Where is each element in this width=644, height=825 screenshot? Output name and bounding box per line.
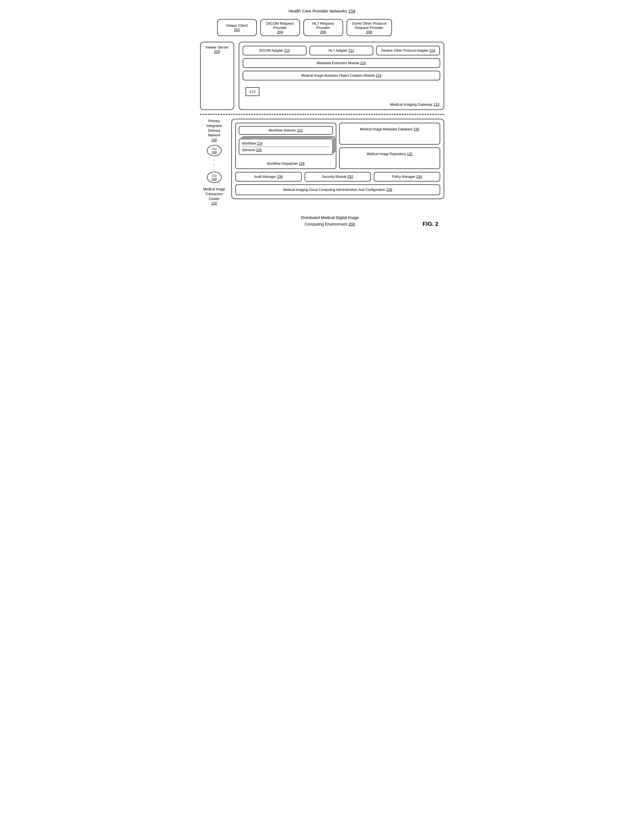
image-repo-box: Medical Image Repository 122 (339, 147, 440, 169)
page-title: Health Care Provider Networks 154 (200, 9, 444, 13)
dicom-request-provider-box: DICOM Request Provider 204 (260, 19, 300, 36)
services-label: Services 226 (242, 148, 330, 152)
cluster-top: Workflow Selector 222 Workflow 224 Servi… (235, 123, 440, 169)
paper-front: Workflow 224 Services 226 (239, 139, 333, 155)
generic-adapter-box: Generic Other Protocol Adapter 214 (376, 46, 440, 56)
security-row: Audit Manager 236 Security Module 232 Po… (235, 172, 440, 182)
cu-box-2: CU 190 (207, 171, 222, 183)
hl7-adapter-box: HL7 Adapter 212 (310, 46, 373, 56)
footer-caption: Distributed Medical Digital Image Comput… (237, 215, 423, 227)
cu-box-1: CU 190 (207, 145, 222, 156)
gateway-inner: DICOM Adapter 210 HL7 Adapter 212 Generi… (239, 42, 444, 110)
gateway-section: Viewer Server 220 DICOM Adapter 210 HL7 … (200, 42, 444, 110)
adapter-row: DICOM Adapter 210 HL7 Adapter 212 Generi… (243, 46, 440, 56)
workflow-stack: Workflow Selector 222 Workflow 224 Servi… (235, 123, 336, 169)
policy-manager-box: Policy Manager 234 (374, 172, 440, 182)
db-column: Medical Image Metadata Database 230 Medi… (339, 123, 440, 169)
left-sidebar: Primary Integrated Delivery Network 150 … (200, 119, 228, 206)
audit-manager-box: Audit Manager 236 (235, 172, 302, 182)
mitc-label: Medical Image Transaction Cluster 120 (200, 187, 228, 206)
ref-112-box: 112 (245, 87, 260, 96)
workflow-dispatcher: Workflow Dispatcher 228 (239, 162, 333, 165)
bottom-section: Primary Integrated Delivery Network 150 … (200, 119, 444, 206)
metadata-db-box: Medical Image Metadata Database 230 (339, 123, 440, 145)
workflow-selector-box: Workflow Selector 222 (239, 126, 333, 134)
pidn-label: Primary Integrated Delivery Network 150 (200, 119, 228, 143)
paper-divider (242, 147, 330, 147)
dashed-divider (200, 114, 444, 115)
workflow-outer: Workflow Selector 222 Workflow 224 Servi… (235, 123, 336, 169)
stacked-papers: Workflow 224 Services 226 (239, 139, 333, 155)
viewer-client-box: Viewer Client 202 (217, 19, 257, 36)
workflow-title: Workflow 224 (242, 142, 330, 145)
admin-config-box: Medical Imaging Cloud Computing Administ… (235, 184, 440, 195)
business-object-box: Medical Image Business Object Creation M… (243, 71, 440, 80)
hl7-request-provider-box: HL7 Request Provider 206 (304, 19, 343, 36)
metadata-extraction-box: Metadata Extraction Module 216 (243, 58, 440, 68)
main-cluster: Workflow Selector 222 Workflow 224 Servi… (231, 119, 444, 199)
fig-label: FIG. 2 (423, 221, 444, 227)
dots-1: ··· (200, 158, 228, 171)
other-protocol-provider-box: Some Other Protocol Request Provider 208 (347, 19, 392, 36)
dicom-adapter-box: DICOM Adapter 210 (243, 46, 307, 56)
top-section: Viewer Client 202 DICOM Request Provider… (200, 19, 444, 36)
security-module-box: Security Module 232 (305, 172, 371, 182)
gateway-label: Medical Imaging Gateway 110 (390, 102, 440, 107)
footer: Distributed Medical Digital Image Comput… (200, 215, 444, 227)
provider-row: Viewer Client 202 DICOM Request Provider… (217, 19, 444, 36)
viewer-server-box: Viewer Server 220 (200, 42, 234, 110)
